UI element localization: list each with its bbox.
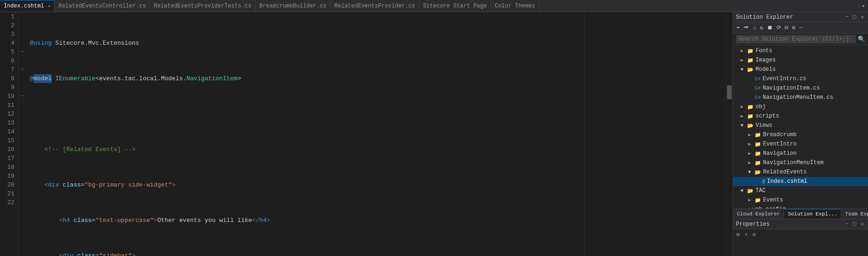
tree-item-navigationmenuitem-cs[interactable]: ▶ C# NavigationMenuItem.cs: [733, 93, 868, 102]
tree-label-tac-folder: TAC: [756, 187, 766, 194]
tab-solution-expl[interactable]: Solution Expl...: [784, 209, 841, 219]
code-line-7: <div class="sidebar">: [30, 251, 726, 256]
folder-icon-obj: 📁: [747, 104, 754, 110]
sol-close-icon[interactable]: ✕: [859, 14, 865, 21]
tab-cloud-explorer-label: Cloud Explorer: [737, 211, 780, 217]
tree-arrow-navigationmenuitem-folder: ▶: [748, 160, 755, 166]
tree-item-relatedevents-folder[interactable]: ▼ 📂 RelatedEvents: [733, 167, 868, 177]
tree-arrow-scripts: ▶: [741, 113, 747, 119]
tab-cloud-explorer[interactable]: Cloud Explorer: [733, 209, 784, 219]
tree-arrow-images: ▶: [741, 57, 747, 63]
tab-related-events-controller[interactable]: RelatedEventsController.cs: [55, 0, 150, 12]
sol-forward-icon[interactable]: ⮕: [742, 24, 750, 32]
tab-close-icon[interactable]: ✕: [48, 3, 50, 9]
tab-label: Sitecore Start Page: [423, 3, 487, 9]
sol-float-icon[interactable]: ⬡: [851, 14, 858, 21]
code-line-5: <div class="bg-primary side-widget">: [30, 180, 726, 189]
tab-related-events-provider-tests[interactable]: RelatedEventsProviderTests.cs: [150, 0, 256, 12]
tab-team-explorer[interactable]: Team Explorer: [841, 209, 868, 219]
fold-icon-10[interactable]: −: [19, 92, 26, 101]
sol-back-icon[interactable]: ⬅: [735, 24, 741, 32]
props-icon-3[interactable]: ⚙: [751, 231, 757, 239]
solution-explorer-header: Solution Explorer − ⬡ ✕: [733, 12, 868, 22]
props-icon-1[interactable]: ⊞: [735, 231, 741, 239]
line-numbers: 12345 678910 1112131415 1617181920 2122: [0, 12, 19, 256]
tree-label-obj: obj: [756, 104, 766, 110]
props-header: Properties − ⬡ ✕: [733, 219, 868, 229]
code-line-3: [30, 110, 726, 118]
tree-item-scripts[interactable]: ▶ 📁 scripts: [733, 111, 868, 121]
sol-settings-icon[interactable]: ⚙: [791, 24, 797, 32]
tree-item-navigationitem-cs[interactable]: ▶ C# NavigationItem.cs: [733, 83, 868, 93]
tree-item-navigationmenuitem-folder[interactable]: ▶ 📁 NavigationMenuItem: [733, 158, 868, 167]
tab-breadcrumb-builder[interactable]: BreadcrumbBuilder.cs: [256, 0, 331, 12]
tab-team-explorer-label: Team Explorer: [845, 211, 868, 217]
tree-item-eventintro-folder[interactable]: ▶ 📁 EventIntro: [733, 139, 868, 149]
tab-overflow[interactable]: ▾: [858, 0, 868, 12]
folder-icon-navigation: 📁: [755, 151, 761, 157]
sol-refresh-icon[interactable]: ⟳: [775, 24, 783, 32]
fold-icon-7[interactable]: −: [19, 65, 26, 74]
code-line-4: <!-- [Related Events] -->: [30, 145, 726, 154]
tree-item-web-config[interactable]: ▶ ⚙ web.config: [733, 205, 868, 208]
tree-item-obj[interactable]: ▶ 📁 obj: [733, 102, 868, 111]
right-panel: Solution Explorer − ⬡ ✕ ⬅ ⮕ ⌂ ↻ ⏹ ⟳ ⊟ ⚙ …: [733, 12, 868, 256]
sol-search-input[interactable]: [736, 35, 856, 43]
sol-sync-icon[interactable]: ↻: [758, 24, 764, 32]
tree-arrow-fonts: ▶: [741, 48, 747, 54]
cs-icon-navigationmenuitem: C#: [755, 95, 761, 100]
sol-minimize-icon[interactable]: ―: [798, 24, 804, 32]
tab-related-events-provider[interactable]: RelatedEventsProvider.cs: [331, 0, 420, 12]
tab-index-cshtml[interactable]: Index.cshtml ✕: [0, 0, 55, 12]
tree-arrow-breadcrumb: ▶: [748, 132, 755, 138]
tree-arrow-models: ▼: [741, 67, 747, 72]
tab-solution-expl-label: Solution Expl...: [788, 211, 837, 217]
props-icon-2[interactable]: ⚡: [743, 231, 749, 239]
sol-home-icon[interactable]: ⌂: [751, 24, 757, 32]
tree-item-models[interactable]: ▼ 📂 Models: [733, 65, 868, 74]
tree-item-views[interactable]: ▼ 📂 Views: [733, 121, 868, 130]
tree-item-breadcrumb[interactable]: ▶ 📁 Breadcrumb: [733, 130, 868, 139]
tree-label-eventintro-folder: EventIntro: [763, 141, 797, 147]
tree-label-breadcrumb: Breadcrumb: [763, 131, 797, 138]
tree-item-navigation-folder[interactable]: ▶ 📁 Navigation: [733, 149, 868, 158]
tab-label: RelatedEventsProviderTests.cs: [154, 3, 252, 9]
tree-arrow-tac-folder: ▼: [741, 188, 747, 194]
code-line-6: <h4 class="text-uppercase">Other events …: [30, 216, 726, 225]
folder-icon-navigationmenuitem: 📁: [755, 160, 761, 166]
props-pin-icon[interactable]: −: [844, 221, 850, 228]
folder-icon-relatedevents: 📂: [755, 169, 761, 175]
cshtml-icon-index: @: [762, 179, 765, 184]
code-content[interactable]: @using Sitecore.Mvc.Extensions @model IE…: [26, 12, 726, 256]
fold-icon-5[interactable]: −: [19, 48, 26, 56]
tab-label: BreadcrumbBuilder.cs: [259, 3, 327, 9]
tree-item-fonts[interactable]: ▶ 📁 Fonts: [733, 46, 868, 55]
tree-item-images[interactable]: ▶ 📁 Images: [733, 55, 868, 65]
props-header-icons: − ⬡ ✕: [844, 221, 865, 228]
tree-item-tac-folder[interactable]: ▼ 📂 TAC: [733, 186, 868, 195]
sol-collapse-icon[interactable]: ⊟: [784, 24, 790, 32]
sol-header-icons: − ⬡ ✕: [844, 14, 865, 21]
tree-label-relatedevents-folder: RelatedEvents: [763, 169, 807, 175]
tree-item-index-cshtml[interactable]: ▶ @ Index.cshtml: [733, 177, 868, 186]
properties-panel: Properties − ⬡ ✕ ⊞ ⚡ ⚙: [733, 219, 868, 256]
tab-color-themes[interactable]: Color Themes: [491, 0, 539, 12]
code-line-1: @using Sitecore.Mvc.Extensions: [30, 39, 726, 48]
tree-arrow-events-folder: ▶: [748, 197, 755, 203]
cs-icon-navigationitem: C#: [755, 85, 761, 91]
props-float-icon[interactable]: ⬡: [851, 221, 858, 228]
props-close-icon[interactable]: ✕: [859, 221, 865, 228]
tree-item-eventintro-cs[interactable]: ▶ C# EventIntro.cs: [733, 74, 868, 83]
tree-label-navigationmenuitem-folder: NavigationMenuItem: [763, 159, 824, 166]
tree-label-eventintro-cs: EventIntro.cs: [763, 76, 806, 82]
sol-stop-icon[interactable]: ⏹: [766, 24, 774, 32]
sol-pin-icon[interactable]: −: [844, 14, 850, 21]
editor-area: 12345 678910 1112131415 1617181920 2122 …: [0, 12, 733, 256]
tab-bar: Index.cshtml ✕ RelatedEventsController.c…: [0, 0, 868, 12]
tab-sitecore-start-page[interactable]: Sitecore Start Page: [419, 0, 491, 12]
editor-scrollbar[interactable]: [726, 12, 733, 256]
tree-item-events-folder[interactable]: ▶ 📁 Events: [733, 195, 868, 205]
tree-label-index-cshtml: Index.cshtml: [767, 178, 807, 185]
sol-search-bar: 🔍: [733, 34, 868, 45]
solution-explorer-title: Solution Explorer: [736, 14, 793, 21]
